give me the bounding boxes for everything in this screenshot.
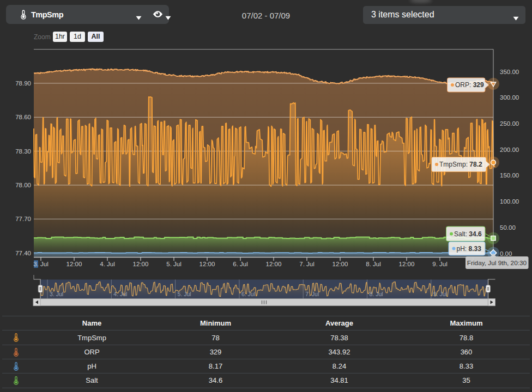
svg-text:Friday, Jul 9th, 20:30: Friday, Jul 9th, 20:30 — [467, 259, 527, 267]
svg-text:150.00: 150.00 — [500, 172, 519, 179]
svg-text:12:00: 12:00 — [399, 261, 415, 267]
svg-text:ORP: 329: ORP: 329 — [455, 81, 484, 89]
svg-text:350.00: 350.00 — [500, 69, 519, 75]
svg-text:77.70: 77.70 — [15, 216, 31, 222]
svg-text:3. Jul: 3. Jul — [33, 261, 49, 267]
svg-text:100.00: 100.00 — [500, 198, 519, 205]
svg-text:77.40: 77.40 — [15, 250, 31, 256]
svg-text:4. Jul: 4. Jul — [113, 291, 127, 297]
svg-text:12:00: 12:00 — [466, 261, 481, 267]
svg-text:12:00: 12:00 — [133, 261, 149, 267]
svg-text:12:00: 12:00 — [332, 261, 348, 267]
svg-text:78.60: 78.60 — [15, 114, 31, 120]
svg-text:7. Jul: 7. Jul — [299, 261, 315, 267]
svg-text:7. Jul: 7. Jul — [305, 291, 319, 297]
svg-text:3. Jul: 3. Jul — [50, 291, 63, 297]
svg-text:4. Jul: 4. Jul — [100, 261, 115, 267]
svg-text:6. Jul: 6. Jul — [241, 291, 255, 297]
svg-text:8. Jul: 8. Jul — [370, 291, 383, 297]
svg-text:6. Jul: 6. Jul — [233, 261, 248, 267]
svg-text:8. Jul: 8. Jul — [366, 261, 381, 267]
svg-text:12:00: 12:00 — [66, 261, 82, 267]
svg-text:78.30: 78.30 — [15, 148, 31, 155]
svg-text:78.00: 78.00 — [15, 182, 31, 188]
svg-text:200.00: 200.00 — [500, 146, 519, 153]
svg-text:0.00: 0.00 — [500, 250, 512, 257]
svg-text:50.00: 50.00 — [500, 224, 516, 231]
svg-text:TmpSmp: 78.2: TmpSmp: 78.2 — [439, 161, 482, 168]
svg-text:5. Jul: 5. Jul — [166, 261, 182, 267]
svg-text:300.00: 300.00 — [500, 94, 519, 101]
svg-text:78.90: 78.90 — [15, 80, 31, 87]
svg-text:9. Jul: 9. Jul — [433, 291, 447, 297]
svg-text:Salt: 34.6: Salt: 34.6 — [454, 230, 482, 238]
svg-text:9. Jul: 9. Jul — [432, 261, 448, 267]
svg-text:pH: 8.33: pH: 8.33 — [457, 245, 482, 253]
svg-text:250.00: 250.00 — [500, 120, 519, 127]
svg-text:12:00: 12:00 — [200, 261, 215, 267]
svg-text:5. Jul: 5. Jul — [178, 291, 191, 297]
svg-text:12:00: 12:00 — [266, 261, 282, 267]
